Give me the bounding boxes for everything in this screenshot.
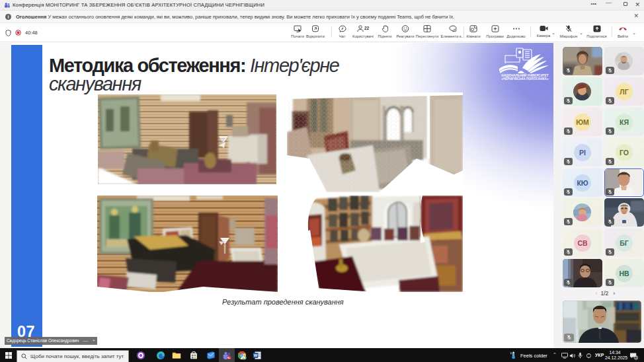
svg-text:НАЦІОНАЛЬНИЙ УНІВЕРСИТЕТ: НАЦІОНАЛЬНИЙ УНІВЕРСИТЕТ xyxy=(501,73,549,77)
svg-text:22: 22 xyxy=(364,26,370,30)
svg-text:9+: 9+ xyxy=(227,356,231,359)
svg-text:5: 5 xyxy=(635,356,637,359)
svg-text:W: W xyxy=(254,353,258,357)
svg-text:«ЧЕРНІГІВСЬКА ПОЛІТЕХНІКА»: «ЧЕРНІГІВСЬКА ПОЛІТЕХНІКА» xyxy=(501,77,548,81)
